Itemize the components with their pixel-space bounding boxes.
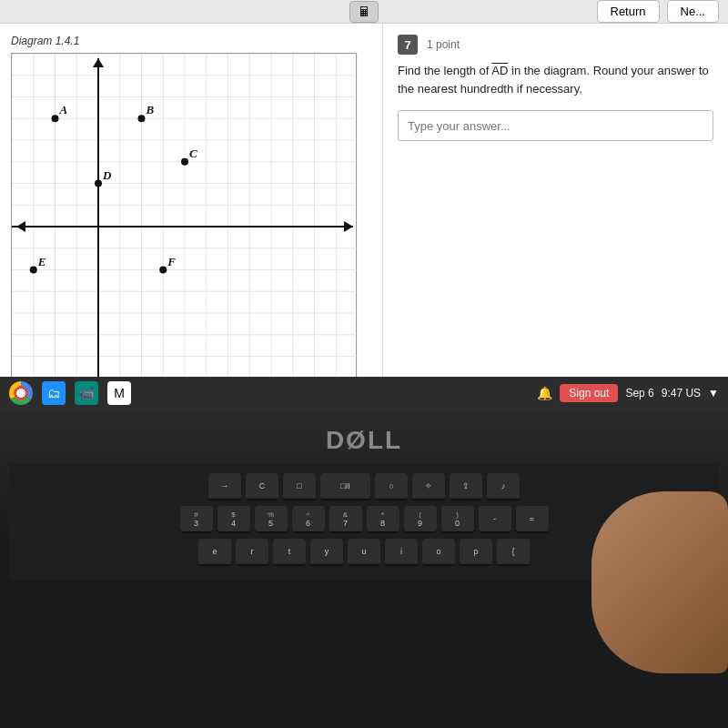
key-8[interactable]: *8 xyxy=(367,506,399,533)
key-mute[interactable]: ⇪ xyxy=(450,473,482,500)
diagram-label: Diagram 1.4.1 xyxy=(11,35,371,47)
key-u[interactable]: u xyxy=(348,539,380,566)
sign-out-button[interactable]: Sign out xyxy=(560,384,618,402)
notification-icon: 🔔 xyxy=(537,386,552,400)
key-o[interactable]: o xyxy=(422,539,455,566)
files-icon[interactable]: 🗂 xyxy=(42,381,66,405)
left-panel: Diagram 1.4.1 xyxy=(0,24,382,410)
key-e[interactable]: e xyxy=(198,539,231,566)
keyboard-row-1: → C □ □II ○ ✧ ⇪ ♪ xyxy=(18,473,710,500)
grid-container xyxy=(11,53,357,399)
question-points: 1 point xyxy=(427,38,460,51)
key-brace[interactable]: { xyxy=(497,539,530,566)
question-number: 7 xyxy=(398,35,418,55)
key-r[interactable]: r xyxy=(236,539,268,566)
return-button[interactable]: Return xyxy=(597,0,660,23)
key-p[interactable]: p xyxy=(460,539,492,566)
key-3[interactable]: #3 xyxy=(180,506,213,533)
question-text-before: Find the length of xyxy=(398,64,491,77)
taskbar-right: 🔔 Sign out Sep 6 9:47 US ▼ xyxy=(537,384,719,402)
hand-overlay xyxy=(592,491,728,673)
key-7[interactable]: &7 xyxy=(329,506,362,533)
key-0[interactable]: )0 xyxy=(441,506,474,533)
key-5[interactable]: %5 xyxy=(255,506,288,533)
key-t[interactable]: t xyxy=(273,539,306,566)
meet-icon[interactable]: 📹 xyxy=(75,381,98,405)
key-brightness-down[interactable]: ○ xyxy=(375,473,408,500)
chrome-icon[interactable] xyxy=(9,381,33,405)
key-4[interactable]: $4 xyxy=(217,506,250,533)
taskbar: 🗂 📹 M 🔔 Sign out Sep 6 9:47 US ▼ xyxy=(0,377,728,410)
key-9[interactable]: (9 xyxy=(404,506,437,533)
main-content: Diagram 1.4.1 7 1 point Find the length … xyxy=(0,24,728,410)
taskbar-time: 9:47 US xyxy=(662,387,701,399)
toolbar: 🖩 Return Ne... xyxy=(0,0,728,24)
key-brightness-up[interactable]: ✧ xyxy=(412,473,445,500)
key-y[interactable]: y xyxy=(310,539,343,566)
taskbar-date: Sep 6 xyxy=(625,387,653,399)
dell-logo: DØLL xyxy=(326,426,402,455)
question-text: Find the length of AD in the diagram. Ro… xyxy=(398,62,713,97)
key-tab[interactable]: → xyxy=(208,473,241,500)
next-button[interactable]: Ne... xyxy=(667,0,719,23)
key-multitask[interactable]: □II xyxy=(320,473,370,500)
right-panel: 7 1 point Find the length of AD in the d… xyxy=(382,24,728,410)
key-minus[interactable]: - xyxy=(479,506,511,533)
answer-input[interactable] xyxy=(398,110,713,141)
gmail-icon[interactable]: M xyxy=(107,381,131,405)
key-i[interactable]: i xyxy=(385,539,418,566)
key-equals[interactable]: = xyxy=(516,506,549,533)
key-6[interactable]: ^6 xyxy=(292,506,325,533)
key-square[interactable]: □ xyxy=(283,473,316,500)
key-vol[interactable]: ♪ xyxy=(487,473,520,500)
wifi-icon: ▼ xyxy=(708,387,719,399)
key-c[interactable]: C xyxy=(246,473,278,500)
question-segment: AD xyxy=(491,64,508,77)
calculator-button[interactable]: 🖩 xyxy=(349,1,379,23)
laptop-screen: 🖩 Return Ne... Diagram 1.4.1 7 1 point F… xyxy=(0,0,728,410)
question-header: 7 1 point xyxy=(398,35,713,55)
